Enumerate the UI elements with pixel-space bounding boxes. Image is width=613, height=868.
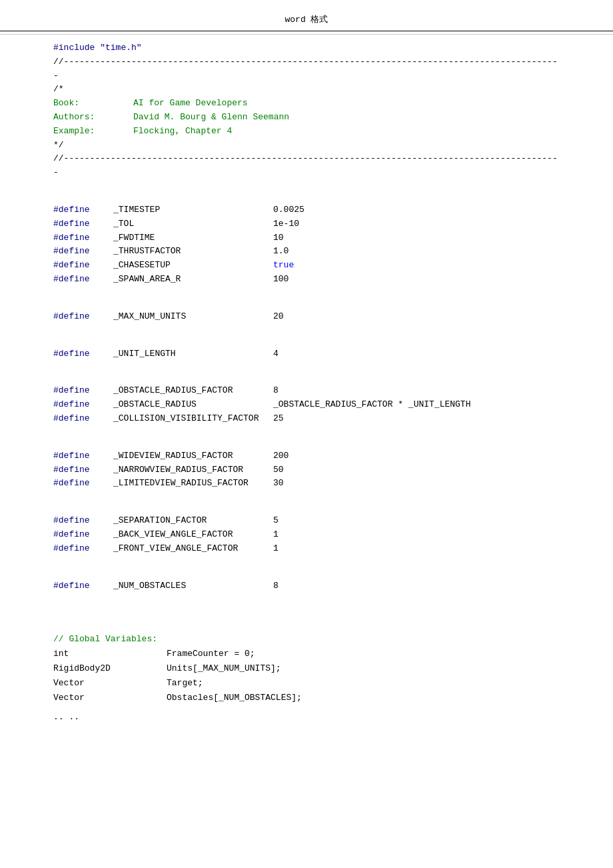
define-row: #define_NUM_OBSTACLES8	[53, 579, 560, 593]
define-value: 20	[273, 310, 284, 324]
dots-line: .. ..	[53, 711, 560, 725]
define-keyword: #define	[53, 398, 113, 412]
define-name: _CHASESETUP	[113, 259, 273, 273]
defines-group-2: #define_MAX_NUM_UNITS20	[53, 310, 560, 324]
define-name: _OBSTACLE_RADIUS	[113, 398, 273, 412]
define-value: 200	[273, 449, 289, 463]
define-value: 1	[273, 528, 279, 542]
global-comment: // Global Variables:	[53, 633, 560, 647]
define-keyword: #define	[53, 217, 113, 231]
define-keyword: #define	[53, 463, 113, 477]
define-row: #define_SEPARATION_FACTOR5	[53, 514, 560, 528]
divider1: //--------------------------------------…	[53, 55, 560, 83]
define-value: 1e-10	[273, 217, 299, 231]
define-row: #define_FWDTIME10	[53, 231, 560, 245]
define-keyword: #define	[53, 514, 113, 528]
define-value: 8	[273, 579, 279, 593]
define-row: #define_CHASESETUPtrue	[53, 259, 560, 273]
define-keyword: #define	[53, 259, 113, 273]
global-decl: Target;	[167, 676, 203, 691]
defines-group-4: #define_OBSTACLE_RADIUS_FACTOR8#define_O…	[53, 384, 560, 425]
define-row: #define_OBSTACLE_RADIUS_FACTOR8	[53, 384, 560, 398]
define-keyword: #define	[53, 231, 113, 245]
define-value: 50	[273, 463, 284, 477]
defines-group-7: #define_NUM_OBSTACLES8	[53, 579, 560, 593]
define-name: _TIMESTEP	[113, 203, 273, 217]
define-row: #define_MAX_NUM_UNITS20	[53, 310, 560, 324]
define-value: 8	[273, 384, 279, 398]
define-value: 0.0025	[273, 203, 305, 217]
global-var-row: VectorTarget;	[53, 676, 560, 691]
page-header: word 格式	[0, 0, 613, 31]
define-row: #define_FRONT_VIEW_ANGLE_FACTOR1	[53, 542, 560, 556]
define-keyword: #define	[53, 412, 113, 426]
define-value: 5	[273, 514, 279, 528]
define-name: _UNIT_LENGTH	[113, 347, 273, 361]
define-keyword: #define	[53, 384, 113, 398]
authors-label: Authors:	[53, 111, 113, 125]
define-keyword: #define	[53, 449, 113, 463]
define-keyword: #define	[53, 542, 113, 556]
define-row: #define_UNIT_LENGTH4	[53, 347, 560, 361]
define-value: 30	[273, 477, 284, 491]
define-value: 10	[273, 231, 284, 245]
global-decl: Units[_MAX_NUM_UNITS];	[167, 661, 281, 676]
define-keyword: #define	[53, 528, 113, 542]
define-row: #define_SPAWN_AREA_R100	[53, 273, 560, 287]
define-value: 100	[273, 273, 289, 287]
authors-value: David M. Bourg & Glenn Seemann	[113, 111, 289, 125]
global-type: int	[53, 647, 167, 661]
global-vars-block: intFrameCounter = 0;RigidBody2DUnits[_MA…	[53, 647, 560, 705]
block-comment-close: */	[53, 139, 560, 153]
example-row: Example: Flocking, Chapter 4	[53, 125, 560, 139]
define-row: #define_THRUSTFACTOR1.0	[53, 245, 560, 259]
global-decl: FrameCounter = 0;	[167, 647, 255, 661]
define-row: #define_WIDEVIEW_RADIUS_FACTOR200	[53, 449, 560, 463]
define-value: 4	[273, 347, 279, 361]
define-row: #define_BACK_VIEW_ANGLE_FACTOR1	[53, 528, 560, 542]
define-value: 1	[273, 542, 279, 556]
define-row: #define_COLLISION_VISIBILITY_FACTOR25	[53, 412, 560, 426]
define-name: _BACK_VIEW_ANGLE_FACTOR	[113, 528, 273, 542]
define-keyword: #define	[53, 310, 113, 324]
page-title: word 格式	[285, 15, 328, 25]
block-comment-open: /*	[53, 83, 560, 97]
example-label: Example:	[53, 125, 113, 139]
define-value: _OBSTACLE_RADIUS_FACTOR * _UNIT_LENGTH	[273, 398, 470, 412]
divider2: //--------------------------------------…	[53, 152, 560, 180]
define-keyword: #define	[53, 347, 113, 361]
define-name: _SPAWN_AREA_R	[113, 273, 273, 287]
define-keyword: #define	[53, 203, 113, 217]
define-name: _OBSTACLE_RADIUS_FACTOR	[113, 384, 273, 398]
global-decl: Obstacles[_NUM_OBSTACLES];	[167, 691, 302, 705]
define-name: _FRONT_VIEW_ANGLE_FACTOR	[113, 542, 273, 556]
authors-row: Authors: David M. Bourg & Glenn Seemann	[53, 111, 560, 125]
define-name: _NARROWVIEW_RADIUS_FACTOR	[113, 463, 273, 477]
code-content: #include "time.h" //--------------------…	[0, 35, 613, 738]
define-row: #define_OBSTACLE_RADIUS_OBSTACLE_RADIUS_…	[53, 398, 560, 412]
define-name: _TOL	[113, 217, 273, 231]
define-row: #define_TOL1e-10	[53, 217, 560, 231]
global-var-row: VectorObstacles[_NUM_OBSTACLES];	[53, 691, 560, 705]
book-label: Book:	[53, 97, 113, 111]
global-type: RigidBody2D	[53, 661, 167, 676]
define-value: 1.0	[273, 245, 289, 259]
define-keyword: #define	[53, 245, 113, 259]
include-line: #include "time.h"	[53, 41, 560, 55]
defines-group-5: #define_WIDEVIEW_RADIUS_FACTOR200#define…	[53, 449, 560, 491]
define-row: #define_LIMITEDVIEW_RADIUS_FACTOR30	[53, 477, 560, 491]
define-keyword: #define	[53, 273, 113, 287]
define-keyword: #define	[53, 477, 113, 491]
define-name: _NUM_OBSTACLES	[113, 579, 273, 593]
global-type: Vector	[53, 676, 167, 691]
define-name: _COLLISION_VISIBILITY_FACTOR	[113, 412, 273, 426]
define-row: #define_NARROWVIEW_RADIUS_FACTOR50	[53, 463, 560, 477]
book-value: AI for Game Developers	[113, 97, 248, 111]
define-keyword: #define	[53, 579, 113, 593]
defines-group-6: #define_SEPARATION_FACTOR5#define_BACK_V…	[53, 514, 560, 555]
define-value: true	[273, 259, 294, 273]
define-name: _THRUSTFACTOR	[113, 245, 273, 259]
global-var-row: intFrameCounter = 0;	[53, 647, 560, 661]
define-name: _MAX_NUM_UNITS	[113, 310, 273, 324]
example-value: Flocking, Chapter 4	[113, 125, 232, 139]
